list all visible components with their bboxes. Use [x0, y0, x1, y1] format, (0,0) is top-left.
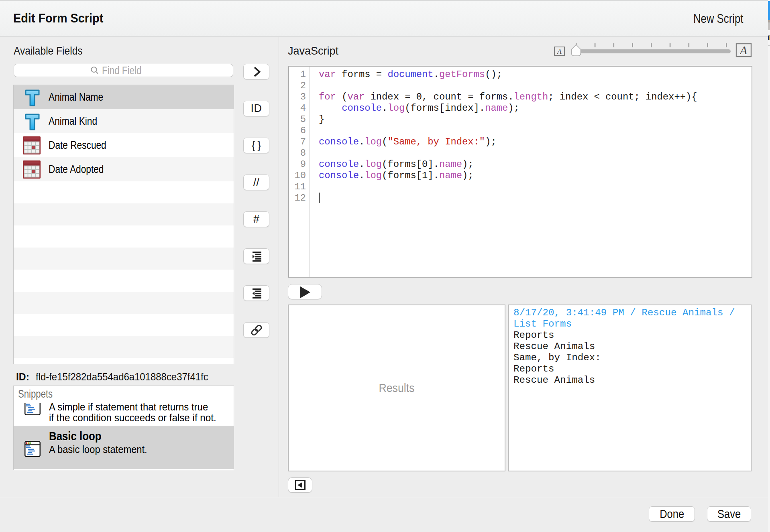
- svg-text:A: A: [739, 44, 747, 57]
- svg-text:A: A: [557, 48, 562, 55]
